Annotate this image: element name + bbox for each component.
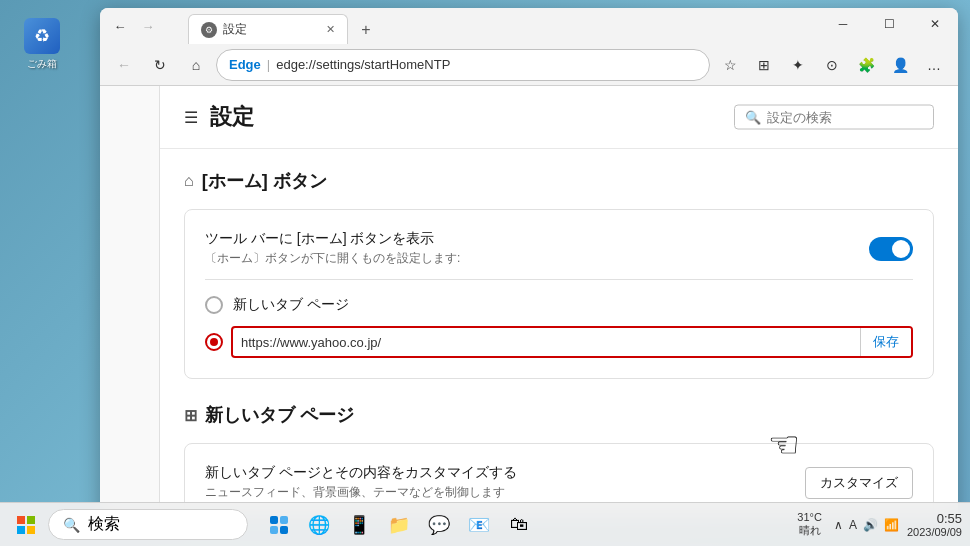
profile2-btn[interactable]: 👤 bbox=[884, 49, 916, 81]
taskbar-app-phone[interactable]: 📱 bbox=[340, 506, 378, 544]
settings-content: ⌂ [ホーム] ボタン ツール バーに [ホーム] ボタンを表示 〔ホーム〕ボタ… bbox=[160, 149, 958, 518]
customize-row: 新しいタブ ページとその内容をカスタマイズする ニュースフィード、背景画像、テー… bbox=[205, 460, 913, 505]
radio-url-circle[interactable] bbox=[205, 333, 223, 351]
recycle-bin-icon: ♻ bbox=[24, 18, 60, 54]
tab-favicon: ⚙ bbox=[201, 22, 217, 38]
new-tab-section-title: ⊞ 新しいタブ ページ bbox=[184, 403, 934, 427]
start-button[interactable] bbox=[8, 507, 44, 543]
taskbar-app-edge[interactable]: 🌐 bbox=[300, 506, 338, 544]
more-btn[interactable]: … bbox=[918, 49, 950, 81]
desktop-icon-label: ごみ箱 bbox=[27, 57, 57, 71]
customize-label: 新しいタブ ページとその内容をカスタマイズする bbox=[205, 464, 517, 482]
url-text-input[interactable] bbox=[233, 330, 860, 355]
taskbar-volume-icon[interactable]: 🔊 bbox=[863, 518, 878, 532]
settings-header: ☰ 設定 🔍 bbox=[160, 86, 958, 149]
settings-search-box[interactable]: 🔍 bbox=[734, 105, 934, 130]
settings-page-title: 設定 bbox=[210, 102, 254, 132]
svg-rect-3 bbox=[27, 526, 35, 534]
svg-rect-7 bbox=[280, 526, 288, 534]
svg-rect-0 bbox=[17, 516, 25, 524]
svg-rect-4 bbox=[270, 516, 278, 524]
toolbar-toggle[interactable] bbox=[869, 237, 913, 261]
tab-settings[interactable]: ⚙ 設定 ✕ bbox=[188, 14, 348, 44]
search-icon: 🔍 bbox=[745, 110, 761, 125]
divider1 bbox=[205, 279, 913, 280]
taskbar-date: 2023/09/09 bbox=[907, 526, 962, 538]
address-separator: | bbox=[267, 57, 270, 72]
svg-rect-2 bbox=[17, 526, 25, 534]
title-bar: ← → ⚙ 設定 ✕ + ─ ☐ ✕ bbox=[100, 8, 958, 44]
radio-newtab-label: 新しいタブ ページ bbox=[233, 296, 349, 314]
home-button-section-title: ⌂ [ホーム] ボタン bbox=[184, 169, 934, 193]
content-area: ☰ 設定 🔍 ⌂ [ホーム] ボタン bbox=[100, 86, 958, 518]
radio-url-row: 保存 bbox=[205, 322, 913, 362]
weather-info: 31°C 晴れ bbox=[797, 511, 822, 538]
customize-sublabel: ニュースフィード、背景画像、テーマなどを制御します bbox=[205, 484, 517, 501]
toolbar-sublabel: 〔ホーム〕ボタンが下に開くものを設定します: bbox=[205, 250, 460, 267]
taskbar-keyboard-icon[interactable]: A bbox=[849, 518, 857, 532]
browser-window: ← → ⚙ 設定 ✕ + ─ ☐ ✕ ← ↻ ⌂ Edg bbox=[100, 8, 958, 518]
new-tab-section: ⊞ 新しいタブ ページ 新しいタブ ページとその内容をカスタマイズする ニュース… bbox=[184, 403, 934, 518]
settings-sidebar bbox=[100, 86, 160, 518]
new-tab-btn[interactable]: + bbox=[352, 16, 380, 44]
taskbar-search-icon: 🔍 bbox=[63, 517, 80, 533]
taskbar-time[interactable]: 0:55 2023/09/09 bbox=[907, 511, 962, 538]
refresh-btn[interactable]: ↻ bbox=[144, 49, 176, 81]
customize-button[interactable]: カスタマイズ bbox=[805, 467, 913, 499]
extensions-btn[interactable]: 🧩 bbox=[850, 49, 882, 81]
nav-bar: ← ↻ ⌂ Edge | edge://settings/startHomeNT… bbox=[100, 44, 958, 86]
home-section-icon: ⌂ bbox=[184, 172, 194, 190]
radio-newtab-circle[interactable] bbox=[205, 296, 223, 314]
taskbar-app-store[interactable]: 🛍 bbox=[500, 506, 538, 544]
taskbar-app-widget[interactable] bbox=[260, 506, 298, 544]
window-controls: ─ ☐ ✕ bbox=[820, 8, 958, 40]
favorites2-btn[interactable]: ✦ bbox=[782, 49, 814, 81]
home-btn[interactable]: ⌂ bbox=[180, 49, 212, 81]
url-input-box[interactable]: 保存 bbox=[231, 326, 913, 358]
favorites-btn[interactable]: ☆ bbox=[714, 49, 746, 81]
address-url: edge://settings/startHomeNTP bbox=[276, 57, 450, 72]
nav-actions: ☆ ⊞ ✦ ⊙ 🧩 👤 … bbox=[714, 49, 950, 81]
toolbar-toggle-row: ツール バーに [ホーム] ボタンを表示 〔ホーム〕ボタンが下に開くものを設定し… bbox=[205, 226, 913, 271]
customize-label-group: 新しいタブ ページとその内容をカスタマイズする ニュースフィード、背景画像、テー… bbox=[205, 464, 517, 501]
taskbar-search-box[interactable]: 🔍 検索 bbox=[48, 509, 248, 540]
svg-rect-5 bbox=[280, 516, 288, 524]
taskbar-clock: 0:55 bbox=[907, 511, 962, 526]
taskbar-search-label: 検索 bbox=[88, 514, 120, 535]
taskbar: 🔍 検索 🌐 📱 📁 💬 📧 🛍 31°C 晴れ bbox=[0, 502, 970, 546]
tab-title: 設定 bbox=[223, 21, 320, 38]
taskbar-network-icon[interactable]: 📶 bbox=[884, 518, 899, 532]
hamburger-menu-icon[interactable]: ☰ bbox=[184, 108, 198, 127]
edge-logo: Edge bbox=[229, 57, 261, 72]
browser-forward-btn[interactable]: → bbox=[136, 14, 160, 38]
close-btn[interactable]: ✕ bbox=[912, 8, 958, 40]
toolbar-toggle-label-group: ツール バーに [ホーム] ボタンを表示 〔ホーム〕ボタンが下に開くものを設定し… bbox=[205, 230, 460, 267]
weather-temp: 31°C bbox=[797, 511, 822, 523]
settings-main: ☰ 設定 🔍 ⌂ [ホーム] ボタン bbox=[160, 86, 958, 518]
profile-btn[interactable]: ⊙ bbox=[816, 49, 848, 81]
taskbar-app-mail[interactable]: 📧 bbox=[460, 506, 498, 544]
desktop: ♻ ごみ箱 ← → ⚙ 設定 ✕ + ─ ☐ ✕ bbox=[0, 0, 970, 546]
settings-search-input[interactable] bbox=[767, 110, 935, 125]
back-btn[interactable]: ← bbox=[108, 49, 140, 81]
desktop-icon-recycle[interactable]: ♻ ごみ箱 bbox=[12, 18, 72, 71]
taskbar-app-chat[interactable]: 💬 bbox=[420, 506, 458, 544]
taskbar-chevron[interactable]: ∧ bbox=[834, 518, 843, 532]
svg-rect-1 bbox=[27, 516, 35, 524]
weather-desc: 晴れ bbox=[799, 523, 821, 538]
browser-back-btn[interactable]: ← bbox=[108, 14, 132, 38]
minimize-btn[interactable]: ─ bbox=[820, 8, 866, 40]
taskbar-right: 31°C 晴れ ∧ A 🔊 📶 0:55 2023/09/09 bbox=[797, 511, 962, 538]
toolbar-label: ツール バーに [ホーム] ボタンを表示 bbox=[205, 230, 460, 248]
collections-btn[interactable]: ⊞ bbox=[748, 49, 780, 81]
tab-close-btn[interactable]: ✕ bbox=[326, 23, 335, 36]
radio-new-tab[interactable]: 新しいタブ ページ bbox=[205, 288, 913, 322]
save-button[interactable]: 保存 bbox=[860, 328, 911, 356]
taskbar-app-files[interactable]: 📁 bbox=[380, 506, 418, 544]
taskbar-apps: 🌐 📱 📁 💬 📧 🛍 bbox=[260, 506, 538, 544]
home-button-card: ツール バーに [ホーム] ボタンを表示 〔ホーム〕ボタンが下に開くものを設定し… bbox=[184, 209, 934, 379]
radio-url-dot bbox=[210, 338, 218, 346]
taskbar-icons: ∧ A 🔊 📶 bbox=[834, 518, 899, 532]
maximize-btn[interactable]: ☐ bbox=[866, 8, 912, 40]
address-bar[interactable]: Edge | edge://settings/startHomeNTP bbox=[216, 49, 710, 81]
